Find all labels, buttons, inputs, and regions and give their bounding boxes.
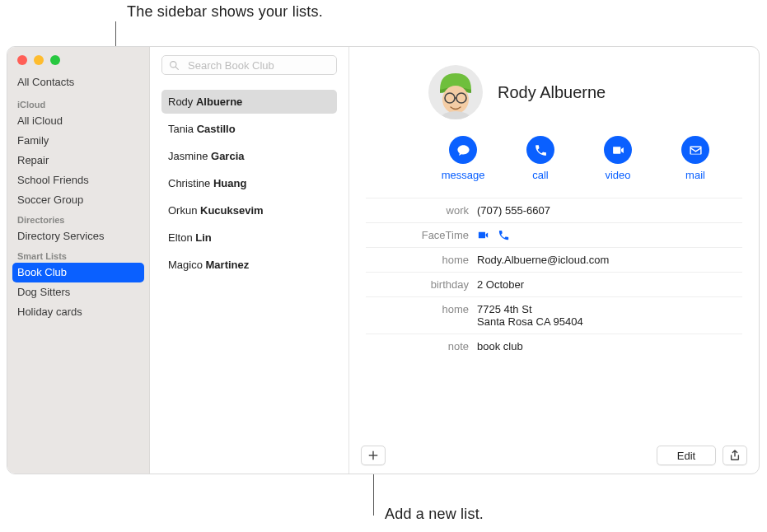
sidebar-item-family[interactable]: Family — [7, 131, 149, 151]
contact-row[interactable]: Magico Martinez — [161, 253, 337, 277]
contacts-window: All Contacts iCloudAll iCloudFamilyRepai… — [7, 46, 760, 474]
edit-button[interactable]: Edit — [657, 446, 716, 465]
field-value: book club — [477, 340, 742, 352]
contact-field: FaceTime — [366, 222, 742, 247]
avatar — [428, 65, 483, 119]
close-window-button[interactable] — [17, 55, 27, 65]
contact-card: Rody Albuerne message call video mail wo… — [349, 47, 759, 474]
sidebar-item-book-club[interactable]: Book Club — [12, 263, 144, 282]
mail-button[interactable]: mail — [674, 136, 717, 181]
contact-first-name: Rody — [168, 96, 196, 108]
message-icon — [456, 143, 470, 157]
field-label: birthday — [366, 278, 477, 291]
sidebar-item-directory-services[interactable]: Directory Services — [7, 226, 149, 246]
field-label: FaceTime — [366, 229, 477, 241]
contact-list-column: Rody AlbuerneTania CastilloJasmine Garci… — [150, 47, 349, 474]
sidebar-item-holiday-cards[interactable]: Holiday cards — [7, 302, 149, 322]
sidebar: All Contacts iCloudAll iCloudFamilyRepai… — [7, 47, 150, 474]
contact-first-name: Tania — [168, 123, 197, 135]
contact-first-name: Jasmine — [168, 150, 211, 162]
contact-first-name: Orkun — [168, 204, 200, 217]
search-field[interactable] — [161, 55, 337, 75]
contact-fields: work(707) 555-6607FaceTimehomeRody.Albue… — [366, 198, 742, 358]
video-icon — [611, 143, 625, 157]
message-label: message — [442, 169, 485, 181]
sidebar-item-dog-sitters[interactable]: Dog Sitters — [7, 282, 149, 302]
contact-name: Rody Albuerne — [498, 83, 606, 102]
contact-last-name: Huang — [213, 177, 246, 189]
avatar-memoji-icon — [428, 65, 483, 119]
minimize-window-button[interactable] — [34, 55, 44, 65]
sidebar-item-all-icloud[interactable]: All iCloud — [7, 111, 149, 131]
contact-field: notebook club — [366, 334, 742, 358]
mail-label: mail — [685, 169, 705, 181]
contact-row[interactable]: Christine Huang — [161, 171, 337, 195]
message-button[interactable]: message — [442, 136, 484, 181]
video-button[interactable]: video — [596, 136, 639, 181]
field-value: 7725 4th St Santa Rosa CA 95404 — [477, 303, 742, 328]
contact-field: birthday2 October — [366, 272, 742, 296]
sidebar-section-header: Directories — [7, 210, 149, 226]
sidebar-item-repair[interactable]: Repair — [7, 151, 149, 170]
field-value: (707) 555-6607 — [477, 204, 742, 217]
contact-field: home7725 4th St Santa Rosa CA 95404 — [366, 296, 742, 334]
callout-addlist-text: Add a new list. — [385, 506, 484, 523]
search-icon — [169, 60, 180, 71]
contact-last-name: Lin — [195, 231, 212, 244]
field-value: Rody.Albuerne@icloud.com — [477, 254, 742, 266]
window-controls — [7, 52, 149, 73]
contact-first-name: Christine — [168, 177, 213, 189]
contact-row[interactable]: Elton Lin — [161, 226, 337, 250]
field-label: home — [366, 303, 477, 328]
contact-last-name: Castillo — [197, 123, 236, 135]
contact-first-name: Magico — [168, 259, 206, 271]
fullscreen-window-button[interactable] — [50, 55, 60, 65]
contact-row[interactable]: Rody Albuerne — [161, 90, 337, 114]
share-icon — [729, 450, 741, 461]
contact-last-name: Martinez — [206, 259, 250, 271]
contact-row[interactable]: Orkun Kucuksevim — [161, 198, 337, 222]
call-label: call — [532, 169, 549, 181]
contact-field: work(707) 555-6607 — [366, 198, 742, 222]
add-button[interactable] — [361, 446, 386, 465]
field-value — [477, 229, 742, 241]
field-label: home — [366, 254, 477, 266]
contact-list: Rody AlbuerneTania CastilloJasmine Garci… — [161, 90, 337, 277]
svg-point-0 — [171, 61, 176, 67]
facetime-video-icon[interactable] — [477, 229, 489, 241]
mail-icon — [689, 143, 703, 157]
call-button[interactable]: call — [519, 136, 562, 181]
plus-icon — [367, 450, 379, 461]
contact-last-name: Albuerne — [196, 96, 242, 108]
sidebar-item-soccer-group[interactable]: Soccer Group — [7, 190, 149, 210]
search-input[interactable] — [186, 58, 330, 72]
contact-last-name: Garcia — [211, 150, 244, 162]
field-label: work — [366, 204, 477, 217]
contact-row[interactable]: Jasmine Garcia — [161, 144, 337, 168]
callout-sidebar-text: The sidebar shows your lists. — [127, 3, 323, 21]
contact-first-name: Elton — [168, 231, 195, 244]
phone-icon — [534, 143, 548, 157]
field-value: 2 October — [477, 278, 742, 291]
contact-last-name: Kucuksevim — [200, 204, 264, 217]
callout-line — [373, 469, 374, 516]
sidebar-section-header: iCloud — [7, 95, 149, 111]
field-label: note — [366, 340, 477, 352]
contact-row[interactable]: Tania Castillo — [161, 117, 337, 141]
facetime-audio-icon[interactable] — [498, 229, 510, 241]
sidebar-item-school-friends[interactable]: School Friends — [7, 170, 149, 190]
svg-line-1 — [175, 67, 178, 69]
sidebar-section-header: Smart Lists — [7, 246, 149, 263]
contact-field: homeRody.Albuerne@icloud.com — [366, 247, 742, 272]
video-label: video — [605, 169, 630, 181]
share-button[interactable] — [723, 446, 747, 465]
sidebar-item-all-contacts[interactable]: All Contacts — [7, 73, 149, 95]
